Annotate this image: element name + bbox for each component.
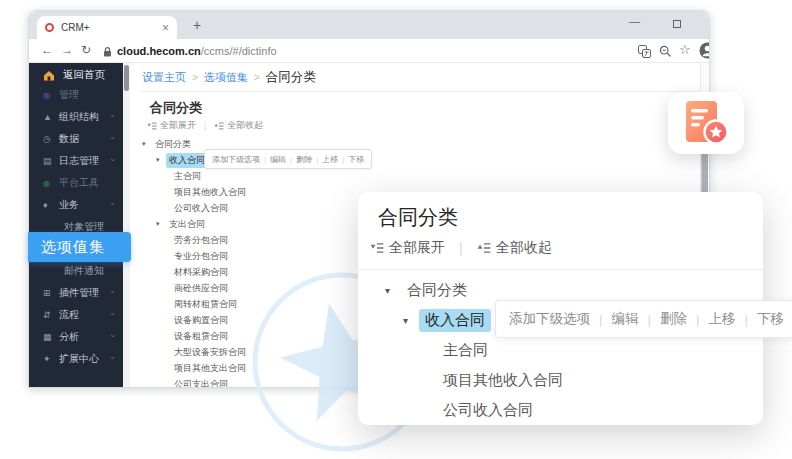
action-add-child-option[interactable]: 添加下级选项	[212, 154, 260, 165]
translate-icon[interactable]	[638, 44, 651, 62]
sidebar-item-1[interactable]: ▲组织结构⌄	[29, 106, 123, 128]
expand-arrow-icon[interactable]: ▾	[385, 285, 397, 296]
tree-node-label[interactable]: 主合同	[437, 339, 494, 362]
option-set-feature-card	[668, 92, 744, 154]
action-move-down[interactable]: 下移	[757, 310, 784, 328]
new-tab-button[interactable]: +	[185, 15, 209, 35]
tree-node[interactable]: 主合同	[140, 168, 701, 184]
sidebar-item-12[interactable]: ✦扩展中心⌄	[29, 348, 123, 370]
expand-arrow-icon[interactable]: ▾	[142, 140, 150, 148]
collapse-all-button[interactable]: 全部收起	[227, 119, 263, 132]
action-edit[interactable]: 编辑	[612, 310, 639, 328]
tree-node-label[interactable]: 支出合同	[166, 217, 208, 232]
sidebar-item-11[interactable]: ▦分析⌄	[29, 326, 123, 348]
tree-node[interactable]: 公司收入合同	[358, 395, 763, 425]
tree-node-label[interactable]: 专业分包合同	[171, 249, 231, 264]
option-set-callout[interactable]: 选项值集	[28, 232, 131, 262]
action-add-child-option[interactable]: 添加下级选项	[509, 310, 590, 328]
breadcrumb-separator: >	[254, 72, 260, 83]
sidebar-item-0[interactable]: ◎管理	[29, 84, 123, 106]
tree-node-label[interactable]: 周转材租赁合同	[171, 297, 240, 312]
chevron-down-icon: ⌄	[109, 132, 116, 141]
breadcrumb-item-0[interactable]: 设置主页	[142, 70, 186, 85]
expand-arrow-icon[interactable]: ▾	[156, 156, 164, 164]
document-star-icon	[683, 99, 729, 147]
sidebar-item-label: 插件管理	[59, 286, 99, 300]
tree-node-label[interactable]: 大型设备安拆合同	[171, 345, 249, 360]
action-move-down[interactable]: 下移	[348, 154, 364, 165]
ring-icon: ◎	[43, 91, 56, 100]
action-divider: |	[648, 312, 652, 327]
sidebar-item-9[interactable]: ⊞插件管理⌄	[29, 282, 123, 304]
ring-icon: ◎	[43, 179, 56, 188]
url-text[interactable]: cloud.hecom.cn/ccms/#/dictinfo	[117, 45, 277, 57]
back-icon[interactable]: ←	[41, 43, 53, 57]
reload-icon[interactable]: ↻	[81, 43, 91, 57]
tree-node-label[interactable]: 项目其他收入合同	[171, 185, 249, 200]
chevron-down-icon: ⌄	[109, 286, 116, 295]
tab-close-icon[interactable]: ×	[162, 21, 169, 35]
sidebar-item-home[interactable]: 返回首页	[29, 66, 123, 84]
tree-node[interactable]: 项目其他收入合同	[358, 365, 763, 395]
action-delete[interactable]: 删除	[660, 310, 687, 328]
action-edit[interactable]: 编辑	[270, 154, 286, 165]
overlay-title: 合同分类	[378, 204, 458, 231]
tree-node-label[interactable]: 主合同	[171, 169, 204, 184]
tree-toolbar: 全部展开 | 全部收起	[147, 119, 263, 132]
tree-node[interactable]: ▾收入合同添加下级选项|编辑|删除|上移|下移	[140, 152, 701, 168]
admin-sidebar: 返回首页 ◎管理▲组织结构⌄◷数据⌄▤日志管理⌄◎平台工具♦业务⌄对象管理选项值…	[29, 63, 123, 387]
tree-node-label[interactable]: 收入合同	[419, 309, 491, 332]
profile-avatar[interactable]	[699, 42, 710, 63]
breadcrumb-separator: >	[192, 72, 198, 83]
action-divider: |	[342, 155, 344, 164]
action-delete[interactable]: 删除	[296, 154, 312, 165]
content-scrollbar-thumb[interactable]	[124, 65, 129, 91]
sidebar-home-label: 返回首页	[63, 68, 105, 82]
bookmark-star-icon[interactable]: ☆	[679, 42, 691, 57]
extension-icon: ✦	[43, 354, 56, 364]
tree-node-label[interactable]: 公司支出合同	[171, 377, 231, 389]
action-move-up[interactable]: 上移	[322, 154, 338, 165]
tree-node-label[interactable]: 公司收入合同	[171, 201, 231, 216]
tree-node-label[interactable]: 公司收入合同	[437, 399, 539, 422]
tree-node-label[interactable]: 商砼供应合同	[171, 281, 231, 296]
tree-node-label[interactable]: 项目其他支出合同	[171, 361, 249, 376]
tree-node-label[interactable]: 劳务分包合同	[171, 233, 231, 248]
tree-node[interactable]: ▾收入合同添加下级选项|编辑|删除|上移|下移	[358, 305, 763, 335]
sidebar-item-8[interactable]: 邮件通知	[29, 260, 123, 282]
window-minimize-button[interactable]: —	[629, 15, 640, 27]
browser-tab[interactable]: CRM+ ×	[37, 16, 177, 39]
tree-node-label[interactable]: 收入合同	[166, 153, 208, 168]
sidebar-item-4[interactable]: ◎平台工具	[29, 172, 123, 194]
window-restore-button[interactable]	[673, 20, 681, 28]
zoom-icon[interactable]	[659, 44, 672, 62]
sidebar-item-5[interactable]: ♦业务⌄	[29, 194, 123, 216]
tree-node-label[interactable]: 设备购置合同	[171, 313, 231, 328]
expand-all-button[interactable]: 全部展开	[389, 239, 445, 257]
collapse-all-button[interactable]: 全部收起	[496, 239, 552, 257]
expand-arrow-icon[interactable]: ▾	[403, 315, 415, 326]
content-scrollbar[interactable]	[123, 63, 130, 387]
tree-node-label[interactable]: 合同分类	[152, 137, 194, 152]
expand-all-icon	[370, 241, 384, 255]
page-scrollbar-thumb[interactable]	[701, 149, 708, 197]
tab-strip: CRM+ × + —	[29, 11, 709, 39]
sidebar-item-10[interactable]: ⇵流程⌄	[29, 304, 123, 326]
action-divider: |	[316, 155, 318, 164]
expand-all-button[interactable]: 全部展开	[160, 119, 196, 132]
chevron-down-icon: ⌄	[109, 330, 116, 339]
action-move-up[interactable]: 上移	[709, 310, 736, 328]
tree-node[interactable]: 主合同	[358, 335, 763, 365]
chevron-down-icon: ⌄	[109, 198, 116, 207]
tree-node-label[interactable]: 设备租赁合同	[171, 329, 231, 344]
tree-node-label[interactable]: 项目其他收入合同	[437, 369, 569, 392]
tree-node-label[interactable]: 材料采购合同	[171, 265, 231, 280]
address-bar: ← → ↻ cloud.hecom.cn/ccms/#/dictinfo ☆	[29, 39, 709, 63]
forward-icon[interactable]: →	[61, 43, 73, 57]
sidebar-item-2[interactable]: ◷数据⌄	[29, 128, 123, 150]
collapse-all-icon	[477, 241, 491, 255]
breadcrumb-item-1[interactable]: 选项值集	[204, 70, 248, 85]
expand-arrow-icon[interactable]: ▾	[156, 220, 164, 228]
sidebar-item-3[interactable]: ▤日志管理⌄	[29, 150, 123, 172]
tree-node-label[interactable]: 合同分类	[401, 279, 473, 302]
